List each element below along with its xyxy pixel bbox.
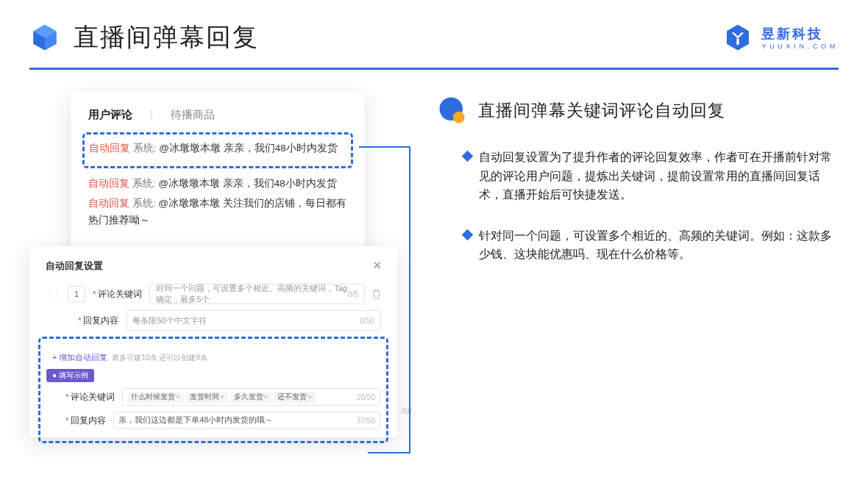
auto-reply-tag: 自动回复 [89, 143, 130, 154]
order-number: 1 [68, 286, 85, 302]
system-label: 系统: [133, 143, 157, 154]
connector-line [409, 146, 410, 453]
description-pane: 直播间弹幕关键词评论自动回复 自动回复设置为了提升作者的评论回复效率，作者可在开… [441, 92, 839, 452]
ex-content-input[interactable]: 亲，我们这边都是下单48小时内发货的哦～ 37/50 [113, 412, 380, 429]
close-icon[interactable]: × [373, 258, 381, 273]
keyword-label: *评论关键词 [93, 289, 142, 300]
highlighted-comment-box: 自动回复 系统: @冰墩墩本墩 亲亲，我们48小时内发货 [82, 132, 353, 168]
add-hint: 最多可建10条 还可以创建9条 [112, 353, 207, 363]
ex-content-text: 亲，我们这边都是下单48小时内发货的哦～ [118, 415, 273, 426]
ex-ct-count: 37/50 [357, 417, 375, 425]
ex-kw-count: 20/50 [357, 393, 375, 401]
modal-header: 自动回复设置 × [46, 258, 381, 273]
bullet-item: 针对同一个问题，可设置多个相近的、高频的关键词。例如：这款多少钱、这块能优惠吗、… [441, 226, 839, 264]
keyword-count: 0/5 [348, 290, 358, 298]
cube-icon [29, 22, 60, 53]
system-label: 系统: [132, 178, 156, 189]
comment-row: 自动回复 系统: @冰墩墩本墩 关注我们的店铺，每日都有热门推荐呦～ [88, 195, 347, 229]
svg-point-1 [453, 112, 465, 123]
comment-text: @冰墩墩本墩 亲亲，我们48小时内发货 [159, 143, 337, 154]
example-highlight-box: + 增加自动回复 最多可建10条 还可以创建9条 ● 填写示例 *评论关键词 什… [38, 337, 388, 443]
ex-keyword-input[interactable]: 什么时候发货× 发货时间× 多久发货× 还不发货× 20/50 [122, 388, 380, 406]
brand-hex-icon [723, 23, 753, 52]
bullet-text: 自动回复设置为了提升作者的评论回复效率，作者可在开播前针对常见的评论用户问题，提… [479, 148, 839, 204]
example-content-row: *回复内容 亲，我们这边都是下单48小时内发货的哦～ 37/50 [65, 412, 380, 429]
diamond-bullet-icon [462, 151, 474, 162]
section-title-row: 直播间弹幕关键词评论自动回复 [437, 95, 839, 126]
add-auto-reply-link[interactable]: + 增加自动回复 最多可建10条 还可以创建9条 [52, 352, 380, 363]
system-label: 系统: [132, 198, 156, 209]
bullet-item: 自动回复设置为了提升作者的评论回复效率，作者可在开播前针对常见的评论用户问题，提… [441, 148, 839, 204]
brand-block: 昱新科技 YUUXIN.COM [723, 23, 839, 52]
brand-url: YUUXIN.COM [761, 43, 839, 50]
keyword-tag[interactable]: 发货时间× [186, 392, 228, 403]
content-input[interactable]: 每条限50个中文字符 0/50 [126, 310, 381, 331]
brand-name: 昱新科技 [761, 25, 839, 43]
auto-reply-settings-card: 自动回复设置 × ⋮⋮ 1 *评论关键词 对同一个问题，可设置多个相近、高频的关… [29, 246, 397, 437]
trash-icon[interactable] [372, 289, 381, 299]
chat-bubble-icon [437, 95, 468, 126]
modal-title: 自动回复设置 [46, 259, 103, 273]
connector-line [359, 146, 410, 148]
screenshot-composite: 用户评论 | 待播商品 自动回复 系统: @冰墩墩本墩 亲亲，我们48小时内发货… [29, 92, 412, 452]
form-row-keyword: ⋮⋮ 1 *评论关键词 对同一个问题，可设置多个相近、高频的关键词，Tag确定，… [46, 284, 381, 304]
keyword-input[interactable]: 对同一个问题，可设置多个相近、高频的关键词，Tag确定，最多5个 0/5 [149, 284, 365, 304]
content-placeholder: 每条限50个中文字符 [132, 315, 206, 326]
ex-content-label: *回复内容 [65, 415, 106, 426]
comment-row: 自动回复 系统: @冰墩墩本墩 亲亲，我们48小时内发货 [89, 140, 346, 157]
example-badge: ● 填写示例 [46, 369, 94, 382]
drag-handle-icon[interactable]: ⋮⋮ [46, 290, 60, 298]
card-tabs: 用户评论 | 待播商品 [88, 108, 347, 122]
tab-user-comments[interactable]: 用户评论 [88, 108, 132, 122]
content-count: 0/50 [360, 317, 374, 325]
example-keyword-row: *评论关键词 什么时候发货× 发货时间× 多久发货× 还不发货× 20/50 [65, 388, 380, 406]
auto-reply-tag: 自动回复 [88, 178, 129, 189]
keyword-tag[interactable]: 什么时候发货× [127, 392, 184, 403]
page-title: 直播间弹幕回复 [74, 21, 259, 54]
keyword-tag[interactable]: 多久发货× [230, 392, 272, 403]
tab-divider: | [150, 108, 153, 122]
connector-line [368, 452, 410, 453]
keyword-placeholder: 对同一个问题，可设置多个相近、高频的关键词，Tag确定，最多5个 [156, 283, 348, 305]
header-left: 直播间弹幕回复 [29, 21, 259, 54]
diamond-bullet-icon [462, 229, 474, 240]
section-title: 直播间弹幕关键词评论自动回复 [478, 99, 725, 122]
content-label: *回复内容 [78, 315, 118, 326]
bullet-text: 针对同一个问题，可设置多个相近的、高频的关键词。例如：这款多少钱、这块能优惠吗、… [479, 226, 839, 264]
comment-row: 自动回复 系统: @冰墩墩本墩 亲亲，我们48小时内发货 [88, 176, 347, 193]
keyword-tag[interactable]: 还不发货× [274, 392, 316, 403]
tab-pending-goods[interactable]: 待播商品 [171, 108, 215, 122]
comment-text: @冰墩墩本墩 亲亲，我们48小时内发货 [158, 178, 336, 189]
ex-keyword-label: *评论关键词 [65, 392, 115, 403]
comments-card: 用户评论 | 待播商品 自动回复 系统: @冰墩墩本墩 亲亲，我们48小时内发货… [71, 92, 365, 254]
form-row-content: *回复内容 每条限50个中文字符 0/50 [78, 310, 381, 331]
page-header: 直播间弹幕回复 昱新科技 YUUXIN.COM [0, 0, 868, 68]
auto-reply-tag: 自动回复 [88, 198, 129, 209]
